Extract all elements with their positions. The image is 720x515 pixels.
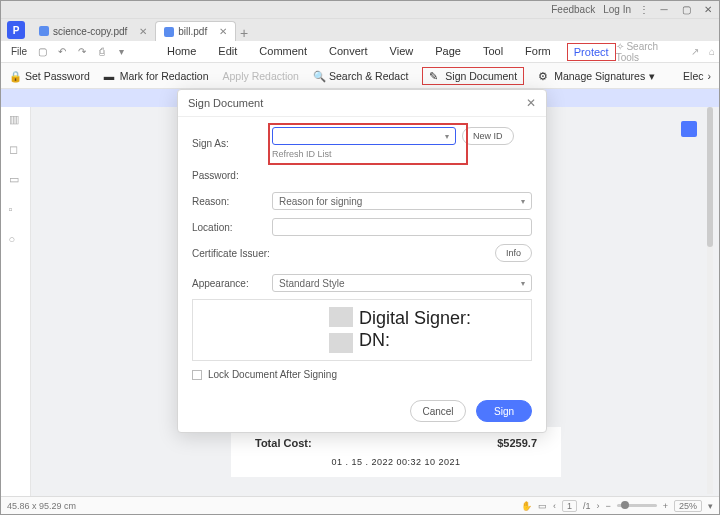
gear-icon: ⚙ <box>538 70 550 82</box>
menu-bar: File ▢ ↶ ↷ ⎙ ▾ Home Edit Comment Convert… <box>1 41 719 63</box>
dialog-footer: Cancel Sign <box>178 390 546 432</box>
menu-comment[interactable]: Comment <box>253 43 313 61</box>
attachment-icon[interactable]: ▫ <box>9 203 23 217</box>
dropdown-icon[interactable]: ▾ <box>114 45 128 59</box>
sign-icon: ✎ <box>429 70 441 82</box>
share-icon[interactable]: ↗ <box>691 46 699 57</box>
close-icon[interactable]: ✕ <box>219 26 227 37</box>
thumbnails-icon[interactable]: ▥ <box>9 113 23 127</box>
refresh-id-link[interactable]: Refresh ID List <box>272 149 514 159</box>
preview-dn: DN: <box>359 330 471 352</box>
menu-form[interactable]: Form <box>519 43 557 61</box>
zoom-slider[interactable] <box>617 504 657 507</box>
signature-preview: Digital Signer: DN: <box>192 299 532 361</box>
pdf-icon <box>164 27 174 37</box>
apply-redaction-button: Apply Redaction <box>222 70 298 82</box>
new-id-button[interactable]: New ID <box>462 127 514 145</box>
preview-signer: Digital Signer: <box>359 308 471 330</box>
location-input[interactable] <box>272 218 532 236</box>
dialog-close-button[interactable]: ✕ <box>526 96 536 110</box>
tab-bill[interactable]: bill.pdf ✕ <box>155 21 236 41</box>
pdf-icon <box>39 26 49 36</box>
print-icon[interactable]: ⎙ <box>95 45 109 59</box>
sign-button[interactable]: Sign <box>476 400 532 422</box>
appearance-select[interactable]: Standard Style <box>272 274 532 292</box>
menu-view[interactable]: View <box>384 43 420 61</box>
scrollbar-track[interactable] <box>707 107 713 494</box>
coordinates: 45.86 x 95.29 cm <box>7 501 76 511</box>
dialog-header: Sign Document ✕ <box>178 90 546 117</box>
page-input[interactable]: 1 <box>562 500 577 512</box>
tab-bar: P science-copy.pdf ✕ bill.pdf ✕ + <box>1 19 719 41</box>
set-password-button[interactable]: 🔒Set Password <box>9 70 90 82</box>
zoom-dropdown-icon[interactable]: ▾ <box>708 501 713 511</box>
reason-select[interactable]: Reason for signing <box>272 192 532 210</box>
dialog-title: Sign Document <box>188 97 263 109</box>
status-bar: 45.86 x 95.29 cm ✋ ▭ ‹ 1 /1 › − + 25% ▾ <box>1 496 719 514</box>
next-page-button[interactable]: › <box>596 501 599 511</box>
document-page: Total Cost: $5259.7 01 . 15 . 2022 00:32… <box>231 427 561 477</box>
elec-button[interactable]: Elec › <box>683 70 711 82</box>
main-menu: Home Edit Comment Convert View Page Tool… <box>161 43 616 61</box>
bookmark-icon[interactable]: ◻ <box>9 143 23 157</box>
search-tools[interactable]: ✧ Search Tools <box>616 41 681 63</box>
sign-document-button[interactable]: ✎Sign Document <box>422 67 524 85</box>
more-icon[interactable]: ⋮ <box>639 4 649 15</box>
info-button[interactable]: Info <box>495 244 532 262</box>
home-icon[interactable]: ⌂ <box>709 46 715 57</box>
new-tab-button[interactable]: + <box>236 25 252 41</box>
search-panel-icon[interactable]: ○ <box>9 233 23 247</box>
app-icon: P <box>7 21 25 39</box>
menu-right: ✧ Search Tools ↗ ⌂ <box>616 41 715 63</box>
location-label: Location: <box>192 222 272 233</box>
mark-redaction-button[interactable]: ▬Mark for Redaction <box>104 70 209 82</box>
manage-signatures-button[interactable]: ⚙Manage Signatures ▾ <box>538 70 655 82</box>
comment-icon[interactable]: ▭ <box>9 173 23 187</box>
close-icon[interactable]: ✕ <box>139 26 147 37</box>
feedback-link[interactable]: Feedback <box>551 4 595 15</box>
lock-label: Lock Document After Signing <box>208 369 337 380</box>
left-sidebar: ▥ ◻ ▭ ▫ ○ <box>1 107 31 496</box>
hand-tool-icon[interactable]: ✋ <box>521 501 532 511</box>
zoom-out-button[interactable]: − <box>605 501 610 511</box>
select-tool-icon[interactable]: ▭ <box>538 501 547 511</box>
lock-checkbox[interactable] <box>192 370 202 380</box>
scrollbar-thumb[interactable] <box>707 107 713 247</box>
menu-tool[interactable]: Tool <box>477 43 509 61</box>
sign-document-dialog: Sign Document ✕ Sign As: New ID Refresh … <box>177 89 547 433</box>
date-line: 01 . 15 . 2022 00:32 10 2021 <box>255 457 537 467</box>
menu-protect[interactable]: Protect <box>567 43 616 61</box>
undo-icon[interactable]: ↶ <box>56 45 70 59</box>
zoom-in-button[interactable]: + <box>663 501 668 511</box>
menu-edit[interactable]: Edit <box>212 43 243 61</box>
menu-home[interactable]: Home <box>161 43 202 61</box>
search-icon: 🔍 <box>313 70 325 82</box>
close-button[interactable]: ✕ <box>701 3 715 17</box>
protect-toolbar: 🔒Set Password ▬Mark for Redaction Apply … <box>1 63 719 89</box>
tab-label: science-copy.pdf <box>53 26 127 37</box>
prev-page-button[interactable]: ‹ <box>553 501 556 511</box>
maximize-button[interactable]: ▢ <box>679 3 693 17</box>
search-redact-button[interactable]: 🔍Search & Redact <box>313 70 408 82</box>
sign-as-label: Sign As: <box>192 138 272 149</box>
file-menu[interactable]: File <box>5 46 33 57</box>
placeholder-block <box>329 307 353 327</box>
menu-convert[interactable]: Convert <box>323 43 374 61</box>
page-total: /1 <box>583 501 591 511</box>
sign-as-select[interactable] <box>272 127 456 145</box>
issuer-label: Certificate Issuer: <box>192 248 272 259</box>
minimize-button[interactable]: ─ <box>657 3 671 17</box>
tab-science[interactable]: science-copy.pdf ✕ <box>31 21 155 41</box>
placeholder-block <box>329 333 353 353</box>
appearance-label: Appearance: <box>192 278 272 289</box>
window-titlebar: Feedback Log In ⋮ ─ ▢ ✕ <box>1 1 719 19</box>
redo-icon[interactable]: ↷ <box>75 45 89 59</box>
save-icon[interactable]: ▢ <box>36 45 50 59</box>
tab-label: bill.pdf <box>178 26 207 37</box>
cancel-button[interactable]: Cancel <box>410 400 466 422</box>
menu-page[interactable]: Page <box>429 43 467 61</box>
login-link[interactable]: Log In <box>603 4 631 15</box>
right-panel-icon[interactable] <box>681 121 697 137</box>
zoom-value[interactable]: 25% <box>674 500 702 512</box>
total-label: Total Cost: <box>255 437 312 449</box>
